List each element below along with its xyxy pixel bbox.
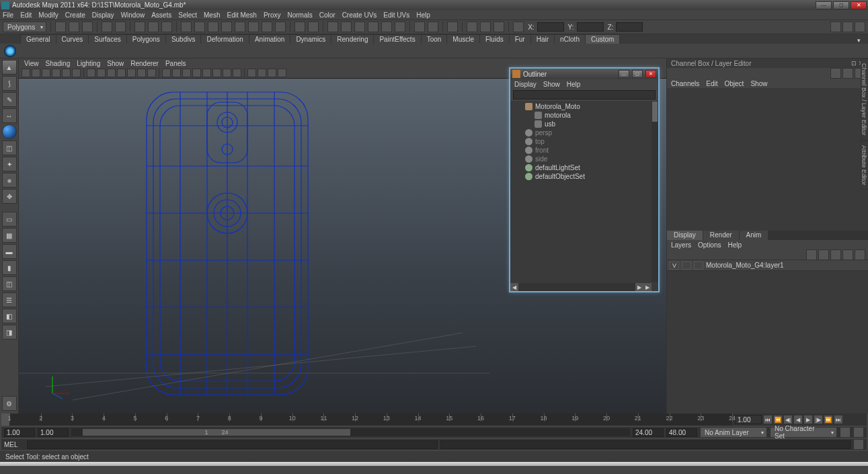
outliner-item[interactable]: top xyxy=(513,137,656,146)
menu-edit-uvs[interactable]: Edit UVs xyxy=(383,11,409,19)
channel-menu-show[interactable]: Show xyxy=(750,80,767,87)
open-scene-icon[interactable] xyxy=(69,22,79,32)
script-editor-icon[interactable] xyxy=(853,439,864,450)
menu-proxy[interactable]: Proxy xyxy=(264,11,281,19)
snap-grid-icon[interactable] xyxy=(181,22,192,32)
layout-persp-graph[interactable]: ◧ xyxy=(2,309,17,323)
maximize-button[interactable]: ◻ xyxy=(833,1,849,9)
select-object-icon[interactable] xyxy=(148,22,159,32)
menu-modify[interactable]: Modify xyxy=(38,11,58,19)
shelf-tab-deformation[interactable]: Deformation xyxy=(200,34,249,44)
range-track[interactable]: 1 24 xyxy=(71,428,630,436)
playback-button-4[interactable]: ▶ xyxy=(803,415,813,424)
layer-icon[interactable] xyxy=(830,249,841,260)
panel-icon[interactable] xyxy=(447,22,458,32)
outliner-item[interactable]: usb xyxy=(513,120,656,128)
outliner-minimize[interactable]: — xyxy=(619,70,629,78)
vp-menu-renderer[interactable]: Renderer xyxy=(130,60,159,67)
vp-icon[interactable] xyxy=(223,69,231,77)
snap-icon-3[interactable] xyxy=(275,22,286,32)
playback-button-0[interactable]: ⏮ xyxy=(763,415,773,424)
construction-icon[interactable] xyxy=(467,22,477,32)
layout-single[interactable]: ▭ xyxy=(2,212,17,227)
vp-icon[interactable] xyxy=(172,69,181,77)
mode-dropdown[interactable]: Polygons xyxy=(3,22,46,32)
range-end-outer[interactable] xyxy=(666,428,697,437)
layer-icon[interactable] xyxy=(855,249,865,260)
vp-icon[interactable] xyxy=(52,69,61,77)
layout-icon-2[interactable] xyxy=(428,22,438,32)
vp-icon[interactable] xyxy=(247,69,256,77)
channel-menu-object[interactable]: Object xyxy=(725,80,744,87)
show-manip-tool[interactable]: ✥ xyxy=(2,189,17,204)
outliner-item[interactable]: defaultObjectSet xyxy=(513,172,656,181)
soft-mod-tool[interactable]: ⎈ xyxy=(2,173,17,188)
vtab-attribute-editor[interactable]: Attribute Editor xyxy=(861,141,868,190)
input-mode-icon[interactable] xyxy=(513,22,524,32)
menu-file[interactable]: File xyxy=(3,11,13,19)
channel-icon[interactable] xyxy=(830,68,841,79)
shelf-tab-fluids[interactable]: Fluids xyxy=(479,34,510,44)
range-bar[interactable]: 1 24 xyxy=(83,429,351,436)
vp-icon[interactable] xyxy=(162,69,171,77)
batch-render-icon[interactable] xyxy=(381,22,392,32)
range-end-inner[interactable] xyxy=(633,428,664,437)
menu-edit[interactable]: Edit xyxy=(20,11,32,19)
construction-icon-3[interactable] xyxy=(494,22,504,32)
outliner-close[interactable]: ✕ xyxy=(645,70,656,78)
outliner-item[interactable]: side xyxy=(513,155,656,163)
channel-menu-edit[interactable]: Edit xyxy=(706,80,717,87)
sidebar-toggle-icon[interactable] xyxy=(830,22,841,32)
layer-menu-layers[interactable]: Layers xyxy=(671,241,691,249)
snap-plane-icon[interactable] xyxy=(221,22,232,32)
shelf-tab-polygons[interactable]: Polygons xyxy=(126,34,166,44)
snap-icon-2[interactable] xyxy=(262,22,272,32)
shelf-tab-curves[interactable]: Curves xyxy=(56,34,89,44)
ipr-icon[interactable] xyxy=(341,22,352,32)
channel-icon[interactable] xyxy=(842,68,853,79)
render-icon[interactable] xyxy=(327,22,338,32)
vp-icon[interactable] xyxy=(182,69,191,77)
shelf-tab-surfaces[interactable]: Surfaces xyxy=(88,34,126,44)
layout-two-v[interactable]: ▮ xyxy=(2,260,17,275)
playback-button-3[interactable]: ◀ xyxy=(793,415,803,424)
layer-tab-display[interactable]: Display xyxy=(667,231,703,240)
layout-hypershade[interactable]: ◨ xyxy=(2,325,17,340)
outliner-menu-show[interactable]: Show xyxy=(543,81,560,88)
playback-button-2[interactable]: ◀| xyxy=(783,415,793,424)
vp-icon[interactable] xyxy=(202,69,211,77)
render-globals-icon[interactable] xyxy=(354,22,365,32)
vp-menu-view[interactable]: View xyxy=(24,60,39,67)
vp-icon[interactable] xyxy=(107,69,116,77)
new-scene-icon[interactable] xyxy=(55,22,66,32)
shelf-tab-dynamics[interactable]: Dynamics xyxy=(290,34,331,44)
rotate-tool[interactable] xyxy=(2,124,17,139)
minimize-button[interactable]: — xyxy=(816,1,832,9)
move-tool[interactable]: ↔ xyxy=(2,108,17,123)
layout-two-h[interactable]: ▬ xyxy=(2,244,17,259)
time-slider[interactable]: 123456789101112131415161718192021222324 … xyxy=(1,413,867,426)
playback-button-1[interactable]: ⏪ xyxy=(773,415,783,424)
vp-icon[interactable] xyxy=(72,69,81,77)
layout-three[interactable]: ◫ xyxy=(2,276,17,291)
vp-menu-shading[interactable]: Shading xyxy=(46,60,71,67)
layer-menu-options[interactable]: Options xyxy=(698,241,721,249)
vp-menu-panels[interactable]: Panels xyxy=(165,60,186,67)
layout-four[interactable]: ▦ xyxy=(2,228,17,243)
range-start-inner[interactable] xyxy=(38,428,69,437)
vp-icon[interactable] xyxy=(22,69,30,77)
shelf-tab-animation[interactable]: Animation xyxy=(249,34,290,44)
channel-menu-channels[interactable]: Channels xyxy=(671,80,699,87)
snap-live-icon[interactable] xyxy=(235,22,245,32)
character-set-dropdown[interactable]: No Character Set xyxy=(770,427,837,438)
shelf-tab-fur[interactable]: Fur xyxy=(509,34,531,44)
select-component-icon[interactable] xyxy=(161,22,172,32)
vp-icon[interactable] xyxy=(62,69,71,77)
vp-menu-show[interactable]: Show xyxy=(107,60,124,67)
undo-icon[interactable] xyxy=(102,22,112,32)
menu-assets[interactable]: Assets xyxy=(151,11,171,19)
close-button[interactable]: ✕ xyxy=(851,1,867,9)
cmd-mode-label[interactable]: MEL xyxy=(4,441,24,448)
history-icon[interactable] xyxy=(294,22,305,32)
layer-color[interactable] xyxy=(694,262,703,270)
